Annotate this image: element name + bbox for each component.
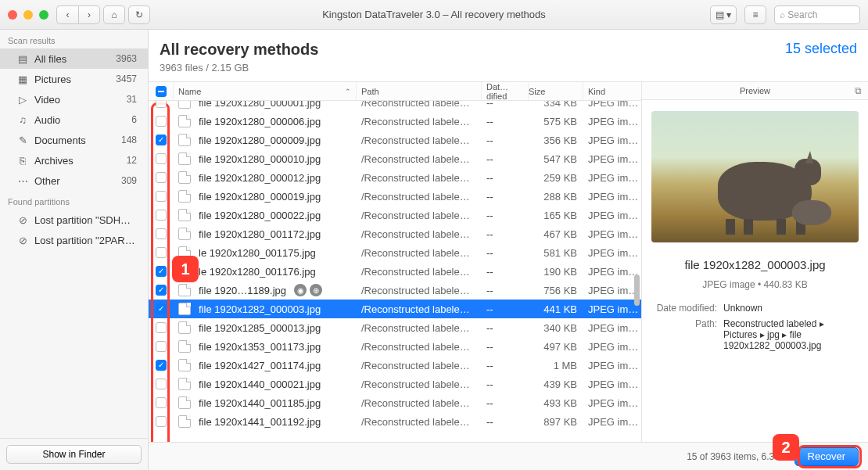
sliders-icon: ≡ — [752, 9, 758, 20]
col-kind[interactable]: Kind — [583, 82, 641, 100]
search-input[interactable]: ⌕ Search — [774, 5, 860, 24]
sidebar-item[interactable]: ▤All files3963 — [0, 48, 148, 69]
file-name: file 1920x1441_001192.jpg — [199, 416, 321, 428]
sidebar-partition[interactable]: ⊘Lost partition "2PAR… — [0, 230, 148, 250]
close-icon[interactable] — [8, 10, 17, 20]
file-name: file 1920x1280_000001.jpg — [199, 101, 321, 109]
sidebar-item[interactable]: ▦Pictures3457 — [0, 69, 148, 89]
file-path: /Reconstructed labele… — [357, 210, 482, 221]
sidebar-item-label: Audio — [34, 114, 60, 126]
table-row[interactable]: file 1920x1282_000003.jpg /Reconstructed… — [149, 300, 641, 318]
category-icon: ⎘ — [16, 155, 30, 167]
status-text: 15 of 3963 items, 6.3 M — [687, 451, 784, 462]
table-row[interactable]: file 1920x1440_000021.jpg /Reconstructed… — [149, 375, 641, 393]
col-name[interactable]: Name⌃ — [174, 82, 357, 100]
table-row[interactable]: file 1920x1280_000019.jpg /Reconstructed… — [149, 187, 641, 206]
sidebar-item-label: Pictures — [34, 74, 71, 85]
file-size: 334 KB — [529, 101, 583, 109]
minimize-icon[interactable] — [23, 10, 33, 20]
preview-icon[interactable]: ◉ — [294, 284, 307, 296]
col-date[interactable]: Dat…dified — [482, 82, 529, 100]
toolbar: ‹ › ⌂ ↻ Kingston DataTraveler 3.0 – All … — [0, 0, 868, 30]
annotation-badge-2: 2 — [773, 434, 799, 461]
file-size: 756 KB — [529, 285, 583, 296]
table-row[interactable]: le 1920x1280_001175.jpg /Reconstructed l… — [149, 243, 641, 262]
zoom-icon[interactable] — [39, 10, 48, 20]
sidebar-item[interactable]: ▷Video31 — [0, 89, 148, 109]
sidebar-item-label: Lost partition "2PAR… — [34, 235, 135, 246]
file-icon — [178, 378, 191, 390]
file-name: file 1920x1353_001173.jpg — [199, 341, 321, 353]
select-all-checkbox[interactable] — [156, 86, 167, 97]
table-row[interactable]: file 1920x1353_001173.jpg /Reconstructed… — [149, 337, 641, 356]
table-row[interactable]: file 1920…1189.jpg◉⊕ /Reconstructed labe… — [149, 281, 641, 300]
sidebar-item[interactable]: ✎Documents148 — [0, 130, 148, 150]
file-date: -- — [482, 360, 529, 371]
col-path[interactable]: Path — [357, 82, 482, 100]
file-name: file 1920x1280_000009.jpg — [199, 135, 321, 146]
file-kind: JPEG im… — [583, 228, 641, 240]
file-icon — [178, 228, 191, 240]
preview-path: Reconstructed labeled ▸ Pictures ▸ jpg ▸… — [723, 318, 859, 351]
file-icon — [178, 321, 191, 334]
filter-button[interactable]: ≡ — [744, 5, 766, 24]
file-name: file 1920x1282_000003.jpg — [199, 303, 321, 315]
table-row[interactable]: file 1920x1280_000006.jpg /Reconstructed… — [149, 112, 641, 131]
file-size: 441 KB — [529, 303, 583, 315]
file-kind: JPEG im… — [583, 341, 641, 353]
file-icon — [178, 134, 191, 146]
sidebar-partition[interactable]: ⊘Lost partition "SDH… — [0, 210, 148, 230]
search-icon: ⌕ — [780, 9, 785, 20]
file-icon — [178, 396, 191, 409]
table-row[interactable]: file 1920x1440_001185.jpg /Reconstructed… — [149, 393, 641, 412]
back-button[interactable]: ‹ — [56, 5, 78, 24]
file-kind: JPEG im… — [583, 322, 641, 334]
table-header: Name⌃ Path Dat…dified Size Kind — [149, 82, 641, 101]
home-button[interactable]: ⌂ — [103, 5, 125, 24]
table-row[interactable]: file 1920x1441_001192.jpg /Reconstructed… — [149, 412, 641, 431]
more-icon[interactable]: ⊕ — [310, 284, 322, 296]
table-row[interactable]: le 1920x1280_001176.jpg /Reconstructed l… — [149, 262, 641, 281]
file-name: file 1920x1440_000021.jpg — [199, 379, 321, 390]
page-subtitle: 3963 files / 2.15 GB — [160, 62, 318, 74]
scrollbar-thumb[interactable] — [634, 274, 640, 306]
file-icon — [178, 190, 191, 203]
sidebar: Scan results ▤All files3963▦Pictures3457… — [0, 30, 149, 470]
file-size: 1 MB — [529, 360, 583, 371]
view-mode-button[interactable]: ▤ ▾ — [710, 5, 737, 24]
annotation-recover-highlight — [798, 445, 862, 468]
file-kind: JPEG im… — [583, 191, 641, 203]
row-checkbox[interactable] — [156, 101, 167, 108]
table-row[interactable]: file 1920x1427_001174.jpg /Reconstructed… — [149, 356, 641, 375]
file-date: -- — [482, 135, 529, 146]
file-path: /Reconstructed labele… — [357, 247, 482, 259]
file-icon — [178, 284, 191, 296]
preview-panel: Preview ⧉ file 1920x1282_000003.jpg JPEG… — [641, 81, 868, 442]
table-row[interactable]: file 1920x1280_000010.jpg /Reconstructed… — [149, 149, 641, 168]
popout-icon[interactable]: ⧉ — [855, 85, 862, 96]
table-row[interactable]: file 1920x1280_000022.jpg /Reconstructed… — [149, 206, 641, 224]
table-row[interactable]: file 1920x1285_000013.jpg /Reconstructed… — [149, 318, 641, 337]
sidebar-item[interactable]: ♫Audio6 — [0, 109, 148, 130]
category-icon: ⋯ — [16, 175, 30, 187]
forward-button[interactable]: › — [78, 5, 100, 24]
file-date: -- — [482, 210, 529, 221]
sidebar-item[interactable]: ⋯Other309 — [0, 170, 148, 191]
col-size[interactable]: Size — [529, 82, 583, 100]
sidebar-item-count: 6 — [131, 114, 140, 125]
refresh-button[interactable]: ↻ — [128, 5, 150, 24]
file-path: /Reconstructed labele… — [357, 116, 482, 127]
show-in-finder-button[interactable]: Show in Finder — [6, 445, 142, 464]
sidebar-item[interactable]: ⎘Archives12 — [0, 150, 148, 170]
file-icon — [178, 415, 191, 428]
file-icon — [178, 152, 191, 165]
sidebar-item-count: 309 — [121, 175, 140, 186]
file-date: -- — [482, 322, 529, 334]
file-path: /Reconstructed labele… — [357, 341, 482, 353]
table-row[interactable]: file 1920x1280_001172.jpg /Reconstructed… — [149, 224, 641, 243]
table-row[interactable]: file 1920x1280_000012.jpg /Reconstructed… — [149, 168, 641, 187]
table-row[interactable]: file 1920x1280_000001.jpg /Reconstructed… — [149, 101, 641, 112]
file-size: 259 KB — [529, 172, 583, 184]
file-date: -- — [482, 416, 529, 428]
table-row[interactable]: file 1920x1280_000009.jpg /Reconstructed… — [149, 131, 641, 149]
